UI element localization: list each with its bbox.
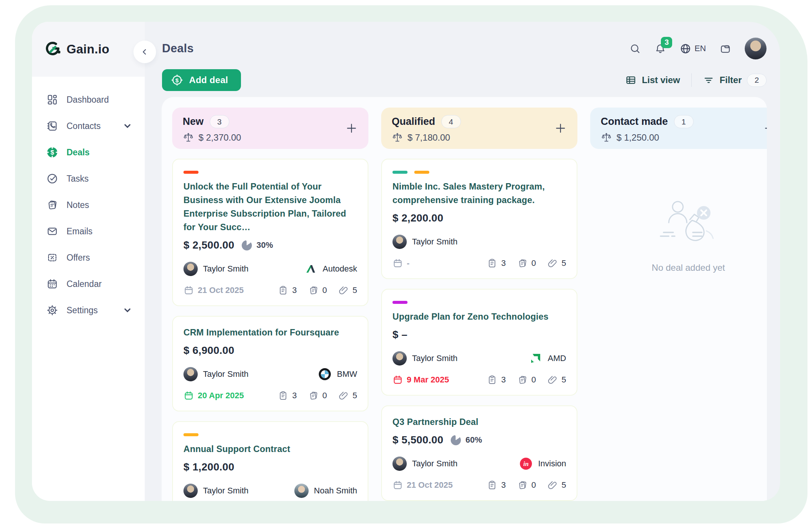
brand-logo[interactable]: Gain.io bbox=[32, 22, 145, 77]
clipboard-icon bbox=[487, 258, 497, 269]
notes-stat[interactable]: 0 bbox=[517, 375, 536, 385]
deal-company[interactable]: in Invision bbox=[519, 457, 566, 470]
user-avatar[interactable] bbox=[745, 38, 767, 59]
add-deal-button[interactable]: $ Add deal bbox=[162, 69, 241, 91]
wallet-button[interactable] bbox=[720, 43, 731, 55]
filter-button[interactable]: Filter 2 bbox=[703, 74, 767, 87]
deal-title: Nimble Inc. Sales Mastery Program, compr… bbox=[392, 180, 566, 207]
paperclip-icon bbox=[547, 258, 558, 269]
owner-avatar bbox=[392, 235, 407, 249]
empty-state-text: No deal added yet bbox=[652, 262, 725, 273]
view-controls: List view Filter 2 bbox=[625, 73, 767, 87]
deal-card[interactable]: Annual Support Contract $ 1,200.00 Taylo… bbox=[172, 421, 368, 501]
settings-icon bbox=[46, 304, 58, 316]
svg-text:$: $ bbox=[50, 149, 54, 156]
files-stat[interactable]: 5 bbox=[338, 285, 357, 296]
deal-owner[interactable]: Taylor Smith bbox=[392, 351, 458, 366]
tasks-stat[interactable]: 3 bbox=[487, 258, 506, 269]
card-label-bars bbox=[183, 171, 357, 174]
sidebar-item-tasks[interactable]: Tasks bbox=[32, 165, 145, 192]
files-stat[interactable]: 5 bbox=[547, 258, 566, 269]
sidebar-item-dashboard[interactable]: Dashboard bbox=[32, 86, 145, 113]
toolbar: $ Add deal List view Filter 2 bbox=[145, 59, 780, 91]
deal-card[interactable]: Unlock the Full Potential of Your Busine… bbox=[172, 159, 368, 306]
offers-icon bbox=[46, 252, 58, 264]
sidebar-item-contacts[interactable]: Contacts bbox=[32, 113, 145, 139]
amd-logo-icon bbox=[529, 352, 542, 365]
calendar-icon bbox=[183, 285, 194, 296]
deal-owner[interactable]: Taylor Smith bbox=[183, 367, 248, 381]
paperclip-icon bbox=[547, 480, 558, 490]
deal-company[interactable]: AMD bbox=[529, 352, 566, 365]
sidebar-nav: Dashboard Contacts $ Deals bbox=[32, 77, 145, 323]
deal-owner[interactable]: Taylor Smith bbox=[183, 484, 248, 498]
owner-avatar bbox=[392, 457, 407, 471]
owner-avatar bbox=[183, 367, 198, 381]
pie-progress-icon bbox=[242, 240, 252, 250]
owner-avatar bbox=[183, 484, 198, 498]
contacts-icon bbox=[46, 120, 58, 132]
sidebar-item-deals[interactable]: $ Deals bbox=[32, 139, 145, 165]
sidebar-item-notes[interactable]: Notes bbox=[32, 192, 145, 218]
deal-owner[interactable]: Taylor Smith bbox=[392, 457, 458, 471]
add-card-plus-icon[interactable] bbox=[763, 122, 767, 135]
deal-card[interactable]: Nimble Inc. Sales Mastery Program, compr… bbox=[381, 159, 577, 279]
search-icon[interactable] bbox=[629, 43, 641, 55]
calendar-icon bbox=[183, 390, 194, 401]
invision-logo-icon: in bbox=[519, 457, 533, 470]
deal-owner[interactable]: Taylor Smith bbox=[183, 262, 248, 276]
sidebar-collapse-button[interactable] bbox=[133, 41, 156, 63]
dashboard-icon bbox=[46, 94, 58, 106]
deal-title: Unlock the Full Potential of Your Busine… bbox=[183, 180, 357, 234]
notes-stat[interactable]: 0 bbox=[517, 480, 536, 490]
sidebar-item-settings[interactable]: Settings bbox=[32, 297, 145, 323]
sidebar-item-offers[interactable]: Offers bbox=[32, 244, 145, 271]
files-stat[interactable]: 5 bbox=[547, 375, 566, 385]
deal-amount: $ – bbox=[392, 329, 408, 341]
list-view-button[interactable]: List view bbox=[625, 74, 680, 86]
notes-stat[interactable]: 0 bbox=[308, 390, 327, 401]
scales-icon bbox=[392, 132, 403, 143]
tasks-stat[interactable]: 3 bbox=[278, 285, 297, 296]
due-date: 20 Apr 2025 bbox=[183, 390, 244, 401]
filter-icon bbox=[703, 74, 714, 86]
add-card-plus-icon[interactable] bbox=[554, 122, 567, 135]
label-bar bbox=[183, 433, 198, 436]
deal-card[interactable]: Upgrade Plan for Zeno Technologies $ – T… bbox=[381, 289, 577, 396]
deal-owner[interactable]: Taylor Smith bbox=[392, 235, 458, 249]
column-cards: Nimble Inc. Sales Mastery Program, compr… bbox=[381, 159, 577, 501]
column-total: $ 7,180.00 bbox=[408, 132, 450, 143]
deal-card[interactable]: CRM Implementation for Foursquare $ 6,90… bbox=[172, 316, 368, 411]
deal-contact[interactable]: Noah Smith bbox=[294, 484, 357, 498]
sidebar-item-emails[interactable]: Emails bbox=[32, 218, 145, 244]
label-bar bbox=[392, 301, 408, 304]
divider bbox=[691, 73, 692, 87]
files-stat[interactable]: 5 bbox=[547, 480, 566, 490]
svg-text:in: in bbox=[523, 460, 529, 467]
chevron-left-icon bbox=[140, 47, 150, 57]
chevron-down-icon bbox=[121, 304, 133, 316]
notes-stat[interactable]: 0 bbox=[308, 285, 327, 296]
calendar-icon bbox=[46, 278, 58, 290]
column-cards: Unlock the Full Potential of Your Busine… bbox=[172, 159, 368, 501]
card-stats: 3 0 5 bbox=[278, 390, 357, 401]
tasks-stat[interactable]: 3 bbox=[487, 480, 506, 490]
notifications-button[interactable]: 3 bbox=[654, 43, 666, 55]
deal-amount: $ 1,200.00 bbox=[183, 461, 234, 473]
deal-amount: $ 6,900.00 bbox=[183, 344, 234, 357]
deal-company[interactable]: Autodesk bbox=[304, 262, 357, 276]
empty-state: No deal added yet bbox=[590, 196, 767, 273]
files-stat[interactable]: 5 bbox=[338, 390, 357, 401]
deal-card[interactable]: Q3 Partnership Deal $ 5,500.00 60% Taylo… bbox=[381, 405, 577, 501]
language-selector[interactable]: EN bbox=[680, 43, 706, 55]
deal-progress: 60% bbox=[451, 435, 482, 445]
add-card-plus-icon[interactable] bbox=[345, 122, 358, 135]
sidebar-item-calendar[interactable]: Calendar bbox=[32, 271, 145, 297]
company-logo bbox=[529, 352, 542, 365]
notes-stat[interactable]: 0 bbox=[517, 258, 536, 269]
tasks-stat[interactable]: 3 bbox=[487, 375, 506, 385]
page-title: Deals bbox=[162, 42, 194, 55]
deal-company[interactable]: BMW bbox=[318, 367, 357, 381]
card-stats: 3 0 5 bbox=[487, 375, 566, 385]
tasks-stat[interactable]: 3 bbox=[278, 390, 297, 401]
